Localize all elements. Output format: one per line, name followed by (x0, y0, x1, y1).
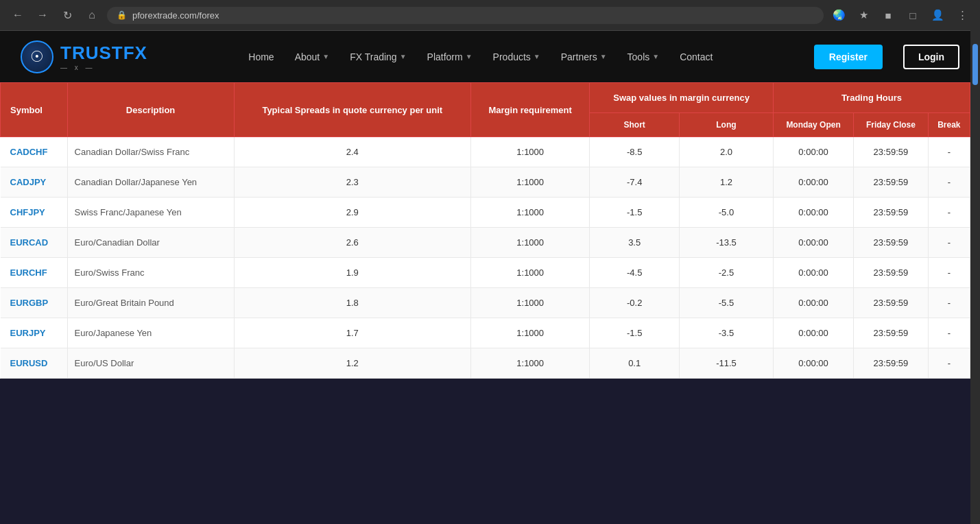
platform-caret-icon: ▼ (466, 53, 473, 60)
spread-cell: 1.8 (234, 288, 470, 318)
col-header-trading-hours-group: Trading Hours (773, 83, 970, 113)
fx-trading-caret-icon: ▼ (400, 53, 407, 60)
break-cell: - (928, 167, 970, 198)
monday-open-cell: 0:00:00 (773, 167, 853, 198)
profile-button[interactable]: 👤 (928, 5, 947, 25)
short-cell: -1.5 (590, 318, 680, 348)
spread-cell: 2.4 (234, 137, 470, 167)
long-cell: -11.5 (680, 348, 774, 379)
table-row: CADCHF Canadian Dollar/Swiss Franc 2.4 1… (1, 137, 970, 167)
symbol-cell[interactable]: CHFJPY (1, 198, 68, 228)
monday-open-cell: 0:00:00 (773, 258, 853, 288)
monday-open-cell: 0:00:00 (773, 318, 853, 348)
browser-actions: 🌏 ★ ■ □ 👤 ⋮ (829, 5, 972, 25)
description-cell: Euro/Great Britain Pound (67, 288, 234, 318)
friday-close-cell: 23:59:59 (854, 348, 928, 379)
description-cell: Swiss Franc/Japanese Yen (67, 198, 234, 228)
break-cell: - (928, 348, 970, 379)
short-cell: -1.5 (590, 198, 680, 228)
description-cell: Euro/Swiss Franc (67, 258, 234, 288)
scrollbar-thumb[interactable] (972, 44, 978, 85)
nav-platform[interactable]: Platform ▼ (418, 46, 482, 68)
main-nav: Home About ▼ FX Trading ▼ Platform ▼ Pro… (168, 46, 793, 68)
symbol-cell[interactable]: EURCAD (1, 228, 68, 258)
scrollbar[interactable] (970, 30, 980, 379)
long-cell: -5.5 (680, 288, 774, 318)
nav-products[interactable]: Products ▼ (483, 46, 550, 68)
url-text: pforextrade.com/forex (132, 10, 219, 21)
split-button[interactable]: □ (903, 5, 922, 25)
symbol-cell[interactable]: CADJPY (1, 167, 68, 198)
margin-cell: 1:1000 (471, 348, 590, 379)
nav-fx-trading[interactable]: FX Trading ▼ (340, 46, 416, 68)
monday-open-cell: 0:00:00 (773, 198, 853, 228)
table-row: EURGBP Euro/Great Britain Pound 1.8 1:10… (1, 288, 970, 318)
margin-cell: 1:1000 (471, 318, 590, 348)
nav-partners[interactable]: Partners ▼ (551, 46, 617, 68)
monday-open-cell: 0:00:00 (773, 137, 853, 167)
nav-about[interactable]: About ▼ (285, 46, 339, 68)
logo-wordmark: TRUSTFX (60, 43, 147, 64)
menu-button[interactable]: ⋮ (953, 5, 972, 25)
col-header-description: Description (67, 83, 234, 137)
products-caret-icon: ▼ (534, 53, 540, 60)
site-wrapper: ☉ TRUSTFX — x — Home About ▼ FX Trading … (0, 31, 980, 379)
break-cell: - (928, 288, 970, 318)
col-header-swap-group: Swap values in margin currency (590, 83, 774, 113)
short-cell: 0.1 (590, 348, 680, 379)
spread-cell: 1.7 (234, 318, 470, 348)
break-cell: - (928, 137, 970, 167)
login-button[interactable]: Login (903, 45, 959, 69)
col-header-margin: Margin requirement (471, 83, 590, 137)
symbol-cell[interactable]: EURUSD (1, 348, 68, 379)
margin-cell: 1:1000 (471, 198, 590, 228)
bookmark-button[interactable]: ★ (854, 5, 873, 25)
reload-button[interactable]: ↻ (58, 5, 77, 25)
symbol-cell[interactable]: EURGBP (1, 288, 68, 318)
friday-close-cell: 23:59:59 (854, 288, 928, 318)
symbol-cell[interactable]: EURJPY (1, 318, 68, 348)
table-row: EURCAD Euro/Canadian Dollar 2.6 1:1000 3… (1, 228, 970, 258)
margin-cell: 1:1000 (471, 167, 590, 198)
margin-cell: 1:1000 (471, 137, 590, 167)
short-cell: -4.5 (590, 258, 680, 288)
description-cell: Euro/Japanese Yen (67, 318, 234, 348)
nav-contact[interactable]: Contact (670, 46, 722, 68)
description-cell: Canadian Dollar/Swiss Franc (67, 137, 234, 167)
col-header-break: Break (928, 113, 970, 137)
description-cell: Canadian Dollar/Japanese Yen (67, 167, 234, 198)
translate-button[interactable]: 🌏 (829, 5, 848, 25)
logo-text-area: TRUSTFX — x — (60, 43, 147, 71)
short-cell: 3.5 (590, 228, 680, 258)
home-button[interactable]: ⌂ (82, 5, 101, 25)
lock-icon: 🔒 (117, 10, 127, 20)
symbol-cell[interactable]: EURCHF (1, 258, 68, 288)
friday-close-cell: 23:59:59 (854, 258, 928, 288)
tools-caret-icon: ▼ (652, 53, 659, 60)
margin-cell: 1:1000 (471, 228, 590, 258)
register-button[interactable]: Register (814, 45, 883, 69)
spread-cell: 2.3 (234, 167, 470, 198)
extensions-button[interactable]: ■ (879, 5, 898, 25)
forex-table: Symbol Description Typical Spreads in qu… (0, 82, 970, 379)
col-header-monday-open: Monday Open (773, 113, 853, 137)
table-row: CADJPY Canadian Dollar/Japanese Yen 2.3 … (1, 167, 970, 198)
nav-home[interactable]: Home (239, 46, 283, 68)
logo[interactable]: ☉ TRUSTFX — x — (21, 40, 147, 73)
col-header-friday-close: Friday Close (854, 113, 928, 137)
partners-caret-icon: ▼ (600, 53, 607, 60)
long-cell: -3.5 (680, 318, 774, 348)
back-button[interactable]: ← (8, 5, 27, 25)
monday-open-cell: 0:00:00 (773, 228, 853, 258)
logo-shield-icon: ☉ (21, 40, 53, 73)
nav-tools[interactable]: Tools ▼ (618, 46, 669, 68)
col-header-long: Long (680, 113, 774, 137)
address-bar[interactable]: 🔒 pforextrade.com/forex (107, 7, 824, 24)
symbol-cell[interactable]: CADCHF (1, 137, 68, 167)
col-header-spreads: Typical Spreads in quote currency per un… (234, 83, 470, 137)
long-cell: -5.0 (680, 198, 774, 228)
forward-button[interactable]: → (33, 5, 52, 25)
spread-cell: 1.2 (234, 348, 470, 379)
friday-close-cell: 23:59:59 (854, 318, 928, 348)
long-cell: -2.5 (680, 258, 774, 288)
